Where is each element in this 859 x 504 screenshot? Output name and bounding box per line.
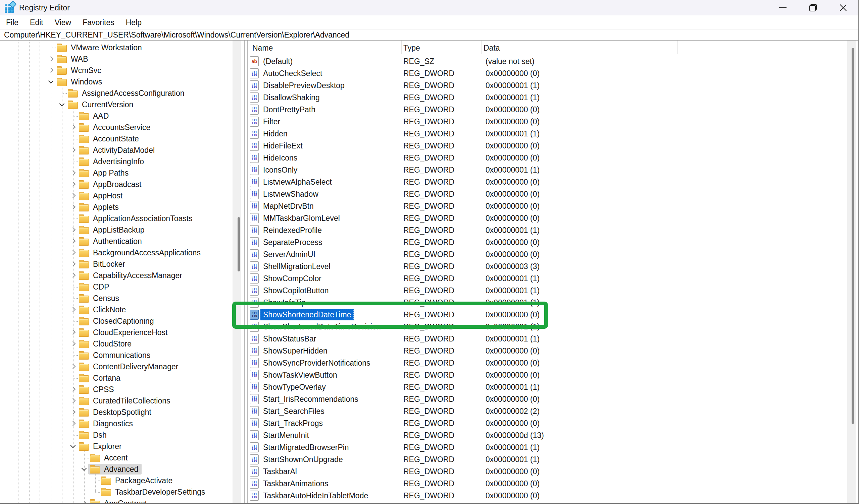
tree-item-content[interactable]: WAB [55,53,92,64]
tree-scrollbar-thumb[interactable] [238,217,240,271]
tree-item-content[interactable]: AccountState [77,133,142,144]
tree-item-content[interactable]: CurrentVersion [66,99,137,110]
tree-item-curatedtilecollections[interactable]: CuratedTileCollections [0,395,245,407]
tree-item-content[interactable]: VMware Workstation [55,42,145,53]
chevron-right-icon[interactable] [71,387,76,392]
registry-value-row-hideicons[interactable]: 011110HideIconsREG_DWORD0x00000000 (0) [248,152,858,164]
chevron-right-icon[interactable] [71,147,76,153]
tree-item-content[interactable]: App Paths [77,168,132,178]
tree-item-closedcaptioning[interactable]: ClosedCaptioning [0,315,245,327]
value-name[interactable]: DisallowShaking [260,92,322,103]
chevron-down-icon[interactable] [48,78,54,84]
registry-value-row-taskbarautohideintabletmode[interactable]: 011110TaskbarAutoHideInTabletModeREG_DWO… [248,490,858,502]
value-name[interactable]: ShowTaskViewButton [260,369,340,381]
chevron-right-icon[interactable] [71,307,76,312]
tree-item-content[interactable]: AppHost [77,190,126,201]
value-name[interactable]: ShowTypeOverlay [260,382,329,393]
menu-favorites[interactable]: Favorites [77,18,120,27]
tree-item-content[interactable]: Communications [77,350,154,361]
tree-item-assignedaccessconfiguration[interactable]: AssignedAccessConfiguration [0,88,245,99]
value-name[interactable]: TaskbarAl [260,466,300,477]
value-name[interactable]: ShowSyncProviderNotifications [260,358,373,368]
column-separator[interactable] [677,41,678,54]
tree-item-content[interactable]: ContentDeliveryManager [77,361,182,372]
chevron-right-icon[interactable] [71,204,76,210]
registry-value-row--default-[interactable]: ab(Default)REG_SZ(value not set) [248,55,858,67]
tree-item-content[interactable]: PackageActivate [99,475,176,486]
value-name[interactable]: ServerAdminUI [260,249,318,260]
registry-value-row-serveradminui[interactable]: 011110ServerAdminUIREG_DWORD0x00000000 (… [248,248,858,261]
value-name[interactable]: HideIcons [260,153,300,163]
tree-item-cloudstore[interactable]: CloudStore [0,338,245,349]
value-name[interactable]: TaskbarAutoHideInTabletMode [260,490,371,501]
tree-item-content[interactable]: ApplicationAssociationToasts [77,213,196,224]
chevron-down-icon[interactable] [71,443,76,448]
registry-value-row-showstatusbar[interactable]: 011110ShowStatusBarREG_DWORD0x00000001 (… [248,333,858,345]
tree-item-content[interactable]: Authentication [77,236,145,247]
tree-item-cloudexperiencehost[interactable]: CloudExperienceHost [0,327,245,338]
list-scrollbar-thumb[interactable] [852,48,854,424]
tree-item-windows[interactable]: Windows [0,76,245,88]
tree-item-advertisinginfo[interactable]: AdvertisingInfo [0,156,245,167]
value-name[interactable]: DontPrettyPath [260,104,318,115]
tree-item-content[interactable]: WcmSvc [55,65,105,76]
value-name[interactable]: ShowSuperHidden [260,346,330,357]
tree-item-content[interactable]: AdvertisingInfo [77,156,147,167]
registry-value-row-showcompcolor[interactable]: 011110ShowCompColorREG_DWORD0x00000001 (… [248,272,858,284]
tree-item-content[interactable]: Accent [88,452,131,463]
value-name[interactable]: TaskbarAnimations [260,478,331,489]
chevron-right-icon[interactable] [71,170,76,176]
tree-item-content[interactable]: CloudExperienceHost [77,327,171,338]
registry-value-row-startshownonupgrade[interactable]: 011110StartShownOnUpgradeREG_DWORD0x0000… [248,453,858,466]
chevron-right-icon[interactable] [81,501,87,503]
tree-item-content[interactable]: AccountsService [77,122,154,133]
close-button[interactable] [828,0,858,15]
chevron-right-icon[interactable] [71,250,76,255]
chevron-right-icon[interactable] [71,398,76,404]
registry-value-row-reindexedprofile[interactable]: 011110ReindexedProfileREG_DWORD0x0000000… [248,224,858,236]
value-name[interactable]: MapNetDrvBtn [260,201,316,212]
value-name[interactable]: ListviewAlphaSelect [260,177,334,188]
tree-item-clicknote[interactable]: ClickNote [0,304,245,315]
value-name[interactable]: HideFileExt [260,140,305,152]
value-name[interactable]: (Default) [260,56,295,67]
tree-item-wab[interactable]: WAB [0,53,245,65]
tree-selected-item[interactable]: Advanced [88,464,141,474]
registry-value-row-disallowshaking[interactable]: 011110DisallowShakingREG_DWORD0x00000001… [248,92,858,104]
value-name[interactable]: ShowStatusBar [260,333,319,345]
registry-value-row-mapnetdrvbtn[interactable]: 011110MapNetDrvBtnREG_DWORD0x00000000 (0… [248,200,858,212]
value-name[interactable]: ListviewShadow [260,189,321,200]
tree-item-content[interactable]: CloudStore [77,338,135,349]
registry-value-row-showtypeoverlay[interactable]: 011110ShowTypeOverlayREG_DWORD0x00000001… [248,381,858,393]
tree-item-content[interactable]: BitLocker [77,259,129,269]
tree-item-communications[interactable]: Communications [0,349,245,361]
column-header-data[interactable]: Data [483,44,500,52]
tree-item-content[interactable]: AssignedAccessConfiguration [66,88,188,98]
tree-item-authentication[interactable]: Authentication [0,236,245,247]
tree-item-activitydatamodel[interactable]: ActivityDataModel [0,144,245,156]
tree-item-content[interactable]: CPSS [77,384,118,395]
menu-file[interactable]: File [0,18,24,27]
tree-item-content[interactable]: CuratedTileCollections [77,395,174,406]
value-name[interactable]: IconsOnly [260,164,300,176]
registry-value-row-hidden[interactable]: 011110HiddenREG_DWORD0x00000001 (1) [248,128,858,140]
value-name[interactable]: ShellMigrationLevel [260,261,333,272]
tree-item-accountsservice[interactable]: AccountsService [0,122,245,133]
value-name[interactable]: AutoCheckSelect [260,68,325,79]
chevron-right-icon[interactable] [48,68,54,73]
tree-item-appcontract[interactable]: AppContract [0,498,245,503]
column-separator[interactable] [401,41,402,54]
registry-value-row-mmtaskbarglomlevel[interactable]: 011110MMTaskbarGlomLevelREG_DWORD0x00000… [248,212,858,224]
registry-value-row-separateprocess[interactable]: 011110SeparateProcessREG_DWORD0x00000000… [248,236,858,248]
tree-item-backgroundaccessapplications[interactable]: BackgroundAccessApplications [0,247,245,258]
tree-item-vmware-workstation[interactable]: VMware Workstation [0,42,245,53]
value-name[interactable]: Start_IrisRecommendations [260,394,361,405]
value-name[interactable]: ShowCompColor [260,273,324,284]
chevron-right-icon[interactable] [71,273,76,278]
value-name[interactable]: StartMigratedBrowserPin [260,442,352,453]
value-name[interactable]: MMTaskbarGlomLevel [260,213,343,224]
value-name[interactable]: Start_TrackProgs [260,418,326,429]
tree-item-currentversion[interactable]: CurrentVersion [0,99,245,110]
tree-item-content[interactable]: ClosedCaptioning [77,316,157,326]
registry-value-row-iconsonly[interactable]: 011110IconsOnlyREG_DWORD0x00000001 (1) [248,164,858,176]
